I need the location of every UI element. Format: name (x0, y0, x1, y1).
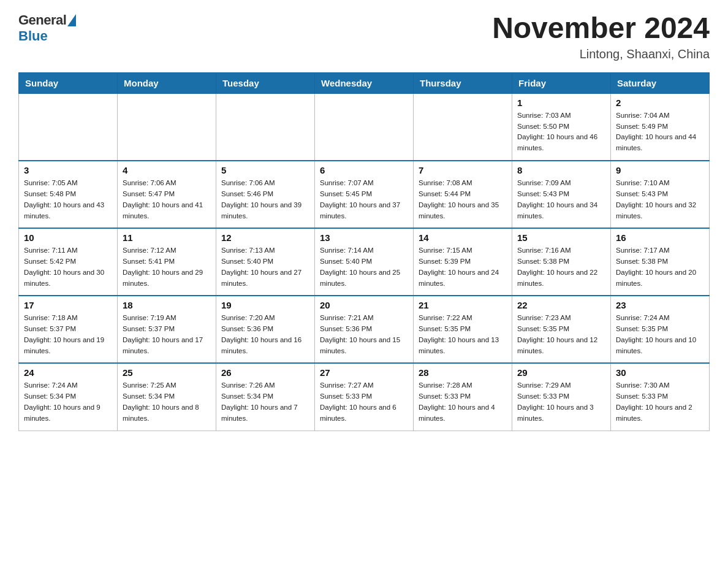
day-number: 18 (123, 300, 211, 310)
day-sun-info: Sunrise: 7:09 AMSunset: 5:43 PMDaylight:… (517, 178, 605, 221)
column-header-tuesday: Tuesday (216, 72, 315, 93)
day-number: 8 (517, 165, 605, 175)
logo-blue-text: Blue (18, 28, 48, 44)
day-number: 27 (320, 367, 408, 378)
calendar-cell: 25Sunrise: 7:25 AMSunset: 5:34 PMDayligh… (118, 363, 216, 431)
day-sun-info: Sunrise: 7:16 AMSunset: 5:38 PMDaylight:… (517, 245, 605, 289)
calendar-header-row: SundayMondayTuesdayWednesdayThursdayFrid… (19, 72, 710, 93)
day-number: 30 (616, 367, 704, 378)
calendar-cell: 12Sunrise: 7:13 AMSunset: 5:40 PMDayligh… (216, 228, 315, 296)
calendar-cell (19, 93, 118, 161)
day-number: 4 (123, 165, 211, 175)
calendar-cell: 30Sunrise: 7:30 AMSunset: 5:33 PMDayligh… (611, 363, 710, 431)
calendar-week-row: 10Sunrise: 7:11 AMSunset: 5:42 PMDayligh… (19, 228, 710, 296)
day-number: 5 (221, 165, 309, 175)
day-number: 7 (419, 165, 507, 175)
day-sun-info: Sunrise: 7:13 AMSunset: 5:40 PMDaylight:… (221, 245, 309, 289)
calendar-cell (216, 93, 315, 161)
calendar-cell (118, 93, 216, 161)
column-header-friday: Friday (512, 72, 611, 93)
logo: General Blue (18, 12, 77, 44)
calendar-cell: 19Sunrise: 7:20 AMSunset: 5:36 PMDayligh… (216, 296, 315, 363)
day-sun-info: Sunrise: 7:05 AMSunset: 5:48 PMDaylight:… (24, 178, 112, 221)
page-header: General Blue November 2024 Lintong, Shaa… (18, 12, 710, 61)
day-number: 22 (517, 300, 605, 310)
calendar-cell: 9Sunrise: 7:10 AMSunset: 5:43 PMDaylight… (611, 161, 710, 228)
column-header-thursday: Thursday (414, 72, 512, 93)
column-header-saturday: Saturday (611, 72, 710, 93)
calendar-cell: 10Sunrise: 7:11 AMSunset: 5:42 PMDayligh… (19, 228, 118, 296)
day-number: 12 (221, 232, 309, 243)
day-number: 17 (24, 300, 112, 310)
calendar-cell: 24Sunrise: 7:24 AMSunset: 5:34 PMDayligh… (19, 363, 118, 431)
day-number: 6 (320, 165, 408, 175)
calendar-cell: 2Sunrise: 7:04 AMSunset: 5:49 PMDaylight… (611, 93, 710, 161)
day-number: 21 (419, 300, 507, 310)
day-number: 19 (221, 300, 309, 310)
month-title: November 2024 (492, 12, 710, 45)
calendar-week-row: 24Sunrise: 7:24 AMSunset: 5:34 PMDayligh… (19, 363, 710, 431)
calendar-cell: 1Sunrise: 7:03 AMSunset: 5:50 PMDaylight… (512, 93, 611, 161)
calendar-week-row: 1Sunrise: 7:03 AMSunset: 5:50 PMDaylight… (19, 93, 710, 161)
calendar-cell: 3Sunrise: 7:05 AMSunset: 5:48 PMDaylight… (19, 161, 118, 228)
day-sun-info: Sunrise: 7:14 AMSunset: 5:40 PMDaylight:… (320, 245, 408, 289)
day-number: 13 (320, 232, 408, 243)
location-subtitle: Lintong, Shaanxi, China (492, 47, 710, 61)
day-sun-info: Sunrise: 7:28 AMSunset: 5:33 PMDaylight:… (419, 380, 507, 424)
day-number: 28 (419, 367, 507, 378)
day-number: 23 (616, 300, 704, 310)
calendar-cell: 26Sunrise: 7:26 AMSunset: 5:34 PMDayligh… (216, 363, 315, 431)
day-sun-info: Sunrise: 7:23 AMSunset: 5:35 PMDaylight:… (517, 313, 605, 356)
calendar-cell: 18Sunrise: 7:19 AMSunset: 5:37 PMDayligh… (118, 296, 216, 363)
calendar-week-row: 17Sunrise: 7:18 AMSunset: 5:37 PMDayligh… (19, 296, 710, 363)
day-sun-info: Sunrise: 7:24 AMSunset: 5:35 PMDaylight:… (616, 313, 704, 356)
day-sun-info: Sunrise: 7:15 AMSunset: 5:39 PMDaylight:… (419, 245, 507, 289)
calendar-cell: 16Sunrise: 7:17 AMSunset: 5:38 PMDayligh… (611, 228, 710, 296)
day-sun-info: Sunrise: 7:25 AMSunset: 5:34 PMDaylight:… (123, 380, 211, 424)
day-sun-info: Sunrise: 7:06 AMSunset: 5:47 PMDaylight:… (123, 178, 211, 221)
calendar-cell: 11Sunrise: 7:12 AMSunset: 5:41 PMDayligh… (118, 228, 216, 296)
calendar-cell: 27Sunrise: 7:27 AMSunset: 5:33 PMDayligh… (315, 363, 414, 431)
day-sun-info: Sunrise: 7:12 AMSunset: 5:41 PMDaylight:… (123, 245, 211, 289)
day-sun-info: Sunrise: 7:26 AMSunset: 5:34 PMDaylight:… (221, 380, 309, 424)
calendar-cell: 8Sunrise: 7:09 AMSunset: 5:43 PMDaylight… (512, 161, 611, 228)
day-sun-info: Sunrise: 7:11 AMSunset: 5:42 PMDaylight:… (24, 245, 112, 289)
title-block: November 2024 Lintong, Shaanxi, China (492, 12, 710, 61)
day-sun-info: Sunrise: 7:30 AMSunset: 5:33 PMDaylight:… (616, 380, 704, 424)
day-number: 15 (517, 232, 605, 243)
calendar-cell (315, 93, 414, 161)
calendar-cell: 17Sunrise: 7:18 AMSunset: 5:37 PMDayligh… (19, 296, 118, 363)
day-sun-info: Sunrise: 7:29 AMSunset: 5:33 PMDaylight:… (517, 380, 605, 424)
calendar-cell (414, 93, 512, 161)
calendar-cell: 15Sunrise: 7:16 AMSunset: 5:38 PMDayligh… (512, 228, 611, 296)
calendar-cell: 5Sunrise: 7:06 AMSunset: 5:46 PMDaylight… (216, 161, 315, 228)
day-sun-info: Sunrise: 7:17 AMSunset: 5:38 PMDaylight:… (616, 245, 704, 289)
day-sun-info: Sunrise: 7:08 AMSunset: 5:44 PMDaylight:… (419, 178, 507, 221)
day-number: 10 (24, 232, 112, 243)
day-number: 14 (419, 232, 507, 243)
calendar-cell: 7Sunrise: 7:08 AMSunset: 5:44 PMDaylight… (414, 161, 512, 228)
calendar-cell: 28Sunrise: 7:28 AMSunset: 5:33 PMDayligh… (414, 363, 512, 431)
calendar-cell: 20Sunrise: 7:21 AMSunset: 5:36 PMDayligh… (315, 296, 414, 363)
day-sun-info: Sunrise: 7:24 AMSunset: 5:34 PMDaylight:… (24, 380, 112, 424)
day-number: 1 (517, 98, 605, 108)
calendar-table: SundayMondayTuesdayWednesdayThursdayFrid… (18, 72, 710, 431)
day-number: 24 (24, 367, 112, 378)
day-sun-info: Sunrise: 7:10 AMSunset: 5:43 PMDaylight:… (616, 178, 704, 221)
day-sun-info: Sunrise: 7:07 AMSunset: 5:45 PMDaylight:… (320, 178, 408, 221)
day-number: 20 (320, 300, 408, 310)
calendar-cell: 29Sunrise: 7:29 AMSunset: 5:33 PMDayligh… (512, 363, 611, 431)
calendar-cell: 13Sunrise: 7:14 AMSunset: 5:40 PMDayligh… (315, 228, 414, 296)
day-number: 25 (123, 367, 211, 378)
day-number: 29 (517, 367, 605, 378)
calendar-week-row: 3Sunrise: 7:05 AMSunset: 5:48 PMDaylight… (19, 161, 710, 228)
column-header-sunday: Sunday (19, 72, 118, 93)
day-number: 3 (24, 165, 112, 175)
calendar-cell: 23Sunrise: 7:24 AMSunset: 5:35 PMDayligh… (611, 296, 710, 363)
day-sun-info: Sunrise: 7:21 AMSunset: 5:36 PMDaylight:… (320, 313, 408, 356)
day-sun-info: Sunrise: 7:27 AMSunset: 5:33 PMDaylight:… (320, 380, 408, 424)
day-number: 2 (616, 98, 704, 108)
day-number: 11 (123, 232, 211, 243)
day-sun-info: Sunrise: 7:04 AMSunset: 5:49 PMDaylight:… (616, 110, 704, 154)
day-sun-info: Sunrise: 7:22 AMSunset: 5:35 PMDaylight:… (419, 313, 507, 356)
